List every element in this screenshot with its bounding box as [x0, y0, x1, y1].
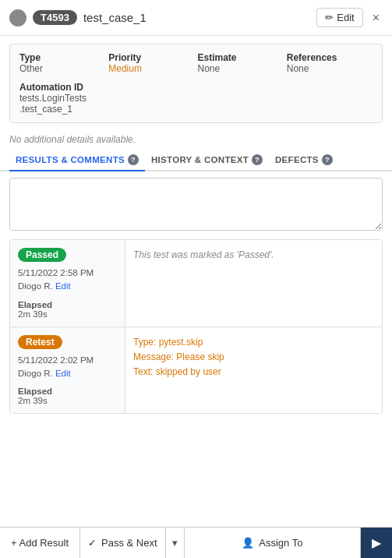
elapsed-label-passed: Elapsed [18, 300, 117, 309]
result-author-passed: Diogo R. Edit [18, 280, 117, 293]
assign-icon: 👤 [242, 537, 254, 549]
tab-defects-label: DEFECTS [275, 155, 319, 164]
estimate-field: Estimate None [198, 52, 284, 74]
elapsed-value-retest: 2m 39s [18, 396, 117, 405]
result-date-retest: 5/11/2022 2:02 PM [18, 354, 117, 367]
elapsed-value-passed: 2m 39s [18, 309, 117, 319]
edit-label: Edit [337, 12, 354, 23]
detail-line-1: Type: pytest.skip [133, 335, 374, 350]
ticket-id: T4593 [33, 10, 77, 25]
estimate-label: Estimate [198, 52, 284, 63]
assign-to-label: Assign To [259, 537, 302, 549]
history-help-icon[interactable]: ? [252, 154, 263, 165]
tab-results-label: RESULTS & COMMENTS [16, 155, 125, 164]
ticket-title: test_case_1 [83, 11, 310, 24]
tab-history-label: HISTORY & CONTEXT [151, 155, 249, 164]
tabs-bar: RESULTS & COMMENTS ? HISTORY & CONTEXT ?… [0, 150, 392, 171]
tab-history-context[interactable]: HISTORY & CONTEXT ? [145, 150, 269, 171]
table-row: Passed 5/11/2022 2:58 PM Diogo R. Edit E… [10, 240, 382, 327]
type-value: Other [19, 63, 105, 74]
header: T4593 test_case_1 ✏ Edit × [0, 0, 392, 36]
pass-next-group: ✓ Pass & Next ▾ [80, 528, 185, 558]
result-meta-retest: 5/11/2022 2:02 PM Diogo R. Edit [18, 354, 117, 381]
edit-icon: ✏ [325, 12, 334, 23]
automation-id-value: tests.LoginTests.test_case_1 [19, 93, 373, 115]
priority-value: Medium [108, 63, 194, 74]
type-field: Type Other [19, 52, 105, 74]
result-date-passed: 5/11/2022 2:58 PM [18, 267, 117, 280]
comment-input[interactable] [9, 178, 383, 231]
play-icon: ▶ [372, 535, 381, 550]
result-right-retest: Type: pytest.skip Message: Please skip T… [125, 327, 382, 414]
tab-results-comments[interactable]: RESULTS & COMMENTS ? [9, 150, 145, 171]
add-result-label: + Add Result [11, 537, 69, 549]
result-meta-passed: 5/11/2022 2:58 PM Diogo R. Edit [18, 267, 117, 294]
automation-id-field: Automation ID tests.LoginTests.test_case… [19, 82, 373, 115]
detail-line-3: Text: skipped by user [133, 365, 374, 380]
status-circle [9, 9, 26, 26]
result-edit-retest[interactable]: Edit [55, 369, 71, 378]
priority-field: Priority Medium [108, 52, 194, 74]
results-help-icon[interactable]: ? [128, 154, 139, 165]
comment-area [9, 178, 383, 233]
results-table: Passed 5/11/2022 2:58 PM Diogo R. Edit E… [9, 239, 383, 414]
automation-id-label: Automation ID [19, 82, 373, 93]
result-comment-passed: This test was marked as 'Passed'. [133, 248, 374, 262]
info-section: Type Other Priority Medium Estimate None… [9, 44, 383, 123]
tab-defects[interactable]: DEFECTS ? [269, 150, 339, 171]
edit-button[interactable]: ✏ Edit [316, 8, 362, 27]
type-label: Type [19, 52, 105, 63]
check-icon: ✓ [88, 537, 97, 549]
references-value: None [287, 63, 373, 74]
detail-line-2: Message: Please skip [133, 350, 374, 365]
table-row: Retest 5/11/2022 2:02 PM Diogo R. Edit E… [10, 327, 382, 414]
elapsed-label-retest: Elapsed [18, 387, 117, 396]
priority-label: Priority [108, 52, 194, 63]
add-result-button[interactable]: + Add Result [0, 528, 80, 558]
status-badge-passed: Passed [18, 248, 66, 262]
result-right-passed: This test was marked as 'Passed'. [125, 240, 382, 327]
pass-next-button[interactable]: ✓ Pass & Next [80, 528, 165, 558]
pass-next-dropdown-button[interactable]: ▾ [165, 528, 184, 558]
result-detail-retest: Type: pytest.skip Message: Please skip T… [133, 335, 374, 380]
references-field: References None [287, 52, 373, 74]
pass-next-label: Pass & Next [101, 537, 157, 549]
status-badge-retest: Retest [18, 335, 62, 349]
result-left-retest: Retest 5/11/2022 2:02 PM Diogo R. Edit E… [10, 327, 125, 414]
bottom-bar: + Add Result ✓ Pass & Next ▾ 👤 Assign To… [0, 527, 392, 558]
defects-help-icon[interactable]: ? [322, 154, 333, 165]
no-details-text: No additional details available. [0, 131, 392, 150]
chevron-down-icon: ▾ [172, 537, 178, 549]
play-button[interactable]: ▶ [361, 528, 392, 558]
result-author-retest: Diogo R. Edit [18, 367, 117, 380]
result-left-passed: Passed 5/11/2022 2:58 PM Diogo R. Edit E… [10, 240, 125, 327]
estimate-value: None [198, 63, 284, 74]
result-edit-passed[interactable]: Edit [55, 281, 71, 291]
close-button[interactable]: × [369, 9, 383, 26]
references-label: References [287, 52, 373, 63]
assign-to-button[interactable]: 👤 Assign To [185, 528, 361, 558]
